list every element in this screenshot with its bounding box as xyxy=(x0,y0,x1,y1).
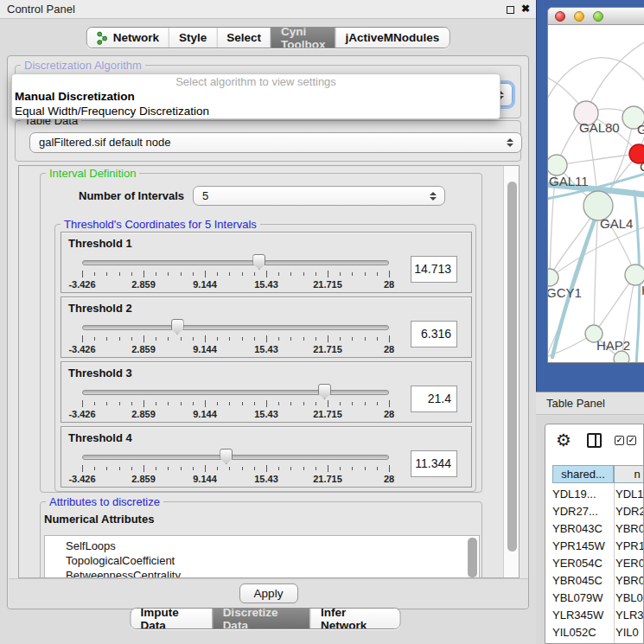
slider-track[interactable] xyxy=(82,455,389,460)
tick-mark xyxy=(156,337,156,341)
settings-scrollbar-thumb[interactable] xyxy=(507,182,517,552)
threshold-value-field[interactable]: 14.713 xyxy=(411,256,457,283)
tick-mark xyxy=(377,272,378,276)
table-panel-inner: ⚙ ✓ ✓ shared...n YDL19...YDL1YDR27...YDR… xyxy=(545,424,644,644)
threshold-label: Threshold 3 xyxy=(68,367,132,379)
tick-mark xyxy=(193,402,194,405)
tab-impute-data[interactable]: Impute Data xyxy=(131,609,213,628)
attribute-item-betweennesscentrality[interactable]: BetweennessCentrality xyxy=(45,568,479,578)
tick-mark xyxy=(168,467,169,470)
scale-label: 9.144 xyxy=(193,279,217,290)
scale-label: 2.859 xyxy=(131,279,156,290)
tab-select[interactable]: Select xyxy=(216,28,271,48)
threshold-slider[interactable]: -3.4262.8599.14415.4321.71528 xyxy=(82,383,389,421)
zoom-traffic-light-icon[interactable] xyxy=(593,11,603,22)
tab-cyni-toolbox[interactable]: Cyni Toolbox xyxy=(271,28,335,48)
network-edge[interactable] xyxy=(557,154,639,165)
tick-mark xyxy=(193,467,194,470)
slider-ticks xyxy=(82,271,389,277)
scale-label: 28 xyxy=(384,279,394,290)
tab-discretize-data[interactable]: Discretize Data xyxy=(213,609,310,628)
algorithm-group-title: Discretization Algorithm xyxy=(21,59,145,72)
network-graph[interactable]: GAL80GACGAL11GAL4GCY1HHAP2 xyxy=(548,25,644,363)
checkbox-icon[interactable]: ✓ xyxy=(615,436,624,445)
tick-mark xyxy=(290,467,291,470)
tab-jactivemnodules[interactable]: jActiveMNodules xyxy=(335,28,450,48)
tick-mark xyxy=(119,337,120,341)
cell-name: YBL0 xyxy=(615,590,644,607)
slider-track[interactable] xyxy=(82,325,389,330)
close-icon[interactable]: ✖ xyxy=(521,3,530,15)
algorithm-option-equal-width-frequency-discretization[interactable]: Equal Width/Frequency Discretization xyxy=(12,104,500,118)
gear-icon[interactable]: ⚙ xyxy=(556,430,571,450)
network-edge[interactable] xyxy=(586,37,644,113)
scale-label: 9.144 xyxy=(193,409,217,419)
table-header-row: shared...n xyxy=(552,465,644,483)
checkbox-icon[interactable]: ✓ xyxy=(627,436,636,445)
close-traffic-light-icon[interactable] xyxy=(555,11,565,22)
slider-track[interactable] xyxy=(82,390,389,395)
slider-thumb[interactable] xyxy=(171,319,184,335)
attributes-list-scrollbar[interactable] xyxy=(468,538,477,578)
column-icon[interactable] xyxy=(587,433,602,448)
tick-mark xyxy=(316,402,316,405)
cell-name: YIL0 xyxy=(615,624,644,641)
float-icon[interactable] xyxy=(507,6,514,14)
tab-style[interactable]: Style xyxy=(169,28,216,48)
tick-mark xyxy=(168,272,169,276)
slider-scale-labels: -3.4262.8599.14415.4321.71528 xyxy=(82,344,389,354)
table-data-combo[interactable]: galFiltered.sif default node xyxy=(29,132,522,153)
scale-label: 15.43 xyxy=(254,474,278,484)
tab-infer-network[interactable]: Infer Network xyxy=(310,609,400,628)
threshold-slider[interactable]: -3.4262.8599.14415.4321.71528 xyxy=(82,253,389,291)
slider-thumb[interactable] xyxy=(220,449,233,464)
numerical-attributes-list[interactable]: SelfLoopsTopologicalCoefficientBetweenne… xyxy=(44,535,480,578)
tick-mark xyxy=(352,272,353,276)
slider-thumb[interactable] xyxy=(252,254,265,270)
number-of-intervals-spinner[interactable]: 5 xyxy=(193,186,445,206)
table-data-groupbox: Table Data galFiltered.sif default node xyxy=(15,120,521,162)
threshold-slider[interactable]: -3.4262.8599.14415.4321.71528 xyxy=(82,448,389,486)
attribute-item-topologicalcoefficient[interactable]: TopologicalCoefficient xyxy=(45,553,479,568)
tab-network[interactable]: Network xyxy=(87,28,169,48)
network-node[interactable] xyxy=(548,155,567,175)
network-node[interactable] xyxy=(548,269,558,286)
slider-track[interactable] xyxy=(82,260,389,265)
table-panel-area: ⚙ ✓ ✓ shared...n YDL19...YDL1YDR27...YDR… xyxy=(536,416,644,644)
network-node[interactable] xyxy=(614,351,629,363)
tab-jactivemnodules-label: jActiveMNodules xyxy=(346,31,440,44)
attribute-item-selfloops[interactable]: SelfLoops xyxy=(45,539,479,553)
interval-definition-title: Interval Definition xyxy=(46,167,139,180)
minimize-traffic-light-icon[interactable] xyxy=(574,11,584,22)
tab-discretize-data-label: Discretize Data xyxy=(223,608,301,629)
tick-mark xyxy=(290,402,291,405)
threshold-coordinates-title: Threshold's Coordinates for 5 Intervals xyxy=(61,218,260,231)
threshold-value-field[interactable]: 21.4 xyxy=(411,386,457,412)
tick-mark xyxy=(205,465,206,472)
scale-label: -3.426 xyxy=(68,344,95,354)
network-edge[interactable] xyxy=(548,58,644,107)
attributes-scrollbar-thumb[interactable] xyxy=(468,538,477,577)
threshold-value-field[interactable]: 6.316 xyxy=(411,321,457,348)
network-window[interactable]: GAL80GACGAL11GAL4GCY1HHAP2 xyxy=(547,7,644,363)
cell-name: YPR1 xyxy=(615,538,644,555)
cell-name: YBR0 xyxy=(615,520,644,538)
threshold-slider[interactable]: -3.4262.8599.14415.4321.71528 xyxy=(82,318,389,356)
apply-button[interactable]: Apply xyxy=(239,583,298,603)
settings-scrollbar[interactable] xyxy=(503,166,519,577)
column-header-shared-[interactable]: shared... xyxy=(552,465,614,483)
algorithm-option-manual-discretization[interactable]: Manual Discretization xyxy=(12,89,500,104)
slider-thumb[interactable] xyxy=(318,384,331,399)
table-panel-titlebar: Table Panel xyxy=(536,392,644,415)
network-window-titlebar[interactable] xyxy=(548,8,644,25)
table-data-combo-value: galFiltered.sif default node xyxy=(39,133,170,152)
cell-shared-name: YLR345W xyxy=(552,607,614,624)
tick-mark xyxy=(229,402,230,405)
threshold-value-field[interactable]: 11.344 xyxy=(411,450,457,477)
tick-mark xyxy=(143,335,144,342)
tick-mark xyxy=(254,467,255,470)
column-header-n[interactable]: n xyxy=(614,465,644,483)
tick-mark xyxy=(365,272,366,276)
tick-mark xyxy=(193,337,194,341)
network-canvas[interactable]: GAL80GACGAL11GAL4GCY1HHAP2 xyxy=(548,25,644,363)
